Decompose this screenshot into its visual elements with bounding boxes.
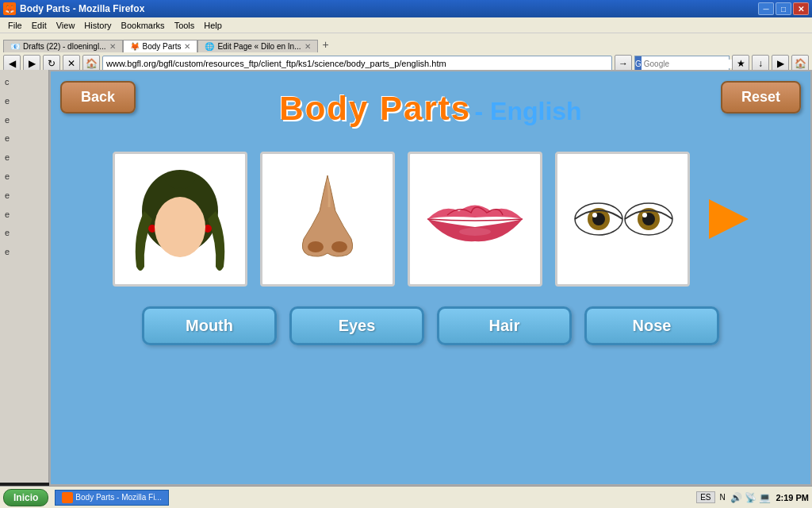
search-box: G [634, 56, 730, 71]
firefox-taskbar-icon [62, 492, 73, 503]
tab-close-bodyparts[interactable]: ✕ [184, 42, 190, 51]
menu-history[interactable]: History [79, 17, 116, 33]
sidebar-letter-10: e [2, 243, 47, 262]
tab-close-wordpress[interactable]: ✕ [304, 42, 311, 51]
eyes-illustration [563, 187, 682, 251]
sidebar-letter-3: e [2, 111, 47, 130]
sidebar-letter-1: c [2, 73, 47, 92]
left-sidebar: c e e e e e e e e e [0, 70, 49, 483]
image-card-lips[interactable] [408, 152, 542, 287]
start-button[interactable]: Inicio [3, 489, 48, 506]
reset-button[interactable]: Reset [721, 81, 801, 114]
language-indicator: ES [696, 491, 714, 503]
sidebar-letter-4: e [2, 129, 47, 148]
menu-view[interactable]: View [52, 17, 80, 33]
menu-edit[interactable]: Edit [27, 17, 52, 33]
maximize-button[interactable]: □ [776, 2, 791, 15]
image-card-hair[interactable] [113, 152, 247, 287]
label-nose[interactable]: Nose [584, 306, 719, 345]
menu-bookmarks[interactable]: Bookmarks [117, 17, 170, 33]
image-card-nose[interactable] [260, 152, 395, 287]
next-arrow-button[interactable] [709, 199, 749, 239]
window-controls: ─ □ ✕ [758, 2, 809, 15]
new-tab-button[interactable]: + [318, 37, 334, 52]
window-title: Body Parts - Mozilla Firefox [20, 3, 144, 14]
label-eyes[interactable]: Eyes [289, 306, 424, 345]
game-area: Back Reset Body Parts - English [51, 71, 810, 484]
labels-row: Mouth Eyes Hair Nose [142, 306, 719, 345]
back-button[interactable]: Back [60, 81, 136, 114]
nose-illustration [288, 167, 367, 271]
clock: 2:19 PM [776, 493, 809, 502]
tab-close-gmail[interactable]: ✕ [109, 42, 116, 51]
browser-content: Back Reset Body Parts - English [49, 70, 812, 486]
tab-bar: 📧 Drafts (22) - dloeningl... ✕ 🦊 Body Pa… [3, 35, 809, 52]
svg-point-10 [592, 213, 597, 217]
minimize-button[interactable]: ─ [758, 2, 774, 15]
browser-icon: 🦊 [3, 2, 16, 15]
sidebar-letter-2: e [2, 92, 47, 111]
taskbar-firefox-label: Body Parts - Mozilla Fi... [75, 493, 161, 502]
sidebar-letter-5: e [2, 148, 47, 167]
menu-file[interactable]: File [3, 17, 27, 33]
game-title: Body Parts - English [279, 90, 581, 128]
tab-wordpress[interactable]: 🌐 Edit Page « Dilo en In... ✕ [197, 40, 317, 52]
search-input[interactable] [642, 60, 747, 68]
label-mouth[interactable]: Mouth [142, 306, 277, 345]
address-bar[interactable] [102, 56, 612, 71]
taskbar-firefox[interactable]: Body Parts - Mozilla Fi... [55, 490, 168, 506]
title-bar: 🦊 Body Parts - Mozilla Firefox ─ □ ✕ [0, 0, 812, 17]
label-hair[interactable]: Hair [437, 306, 572, 345]
menu-help[interactable]: Help [199, 17, 227, 33]
taskbar-items: Body Parts - Mozilla Fi... [55, 490, 168, 506]
close-button[interactable]: ✕ [793, 2, 809, 15]
svg-point-6 [459, 228, 491, 236]
svg-point-4 [308, 241, 324, 252]
search-provider-icon: G [635, 56, 642, 71]
svg-point-3 [155, 197, 205, 257]
svg-point-5 [331, 241, 347, 252]
menu-bar: File Edit View History Bookmarks Tools H… [0, 17, 812, 33]
tab-bodyparts-label: Body Parts [143, 42, 182, 51]
sidebar-letter-6: e [2, 167, 47, 187]
hair-illustration [128, 164, 232, 275]
game-subtitle-text: - English [475, 97, 582, 125]
nero-icon: N [720, 493, 726, 502]
sidebar-letter-9: e [2, 224, 47, 243]
menu-tools[interactable]: Tools [170, 17, 200, 33]
lips-illustration [419, 187, 530, 251]
tab-gmail[interactable]: 📧 Drafts (22) - dloeningl... ✕ [3, 40, 123, 52]
game-title-text: Body Parts [279, 90, 471, 127]
status-bar: Inicio Body Parts - Mozilla Fi... ES N 🔊… [0, 486, 812, 508]
status-right: ES N 🔊 📡 💻 2:19 PM [696, 491, 809, 503]
tab-bodyparts[interactable]: 🦊 Body Parts ✕ [123, 40, 198, 52]
svg-point-14 [642, 213, 647, 217]
images-row [113, 152, 749, 287]
image-card-eyes[interactable] [555, 152, 690, 287]
system-tray-icons: 🔊 📡 💻 [730, 492, 772, 503]
sidebar-letter-7: e [2, 187, 47, 206]
toolbar-area: 📧 Drafts (22) - dloeningl... ✕ 🦊 Body Pa… [0, 33, 812, 75]
sidebar-letter-8: e [2, 206, 47, 225]
